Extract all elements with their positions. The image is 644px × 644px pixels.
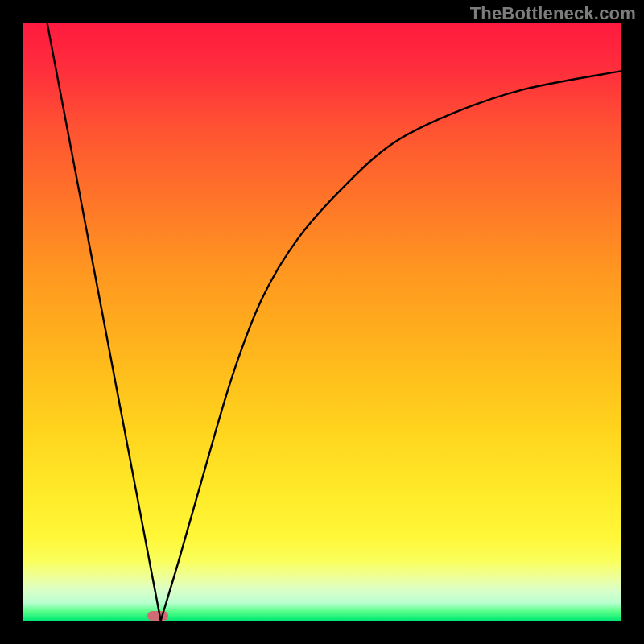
chart-container: TheBottleneck.com — [0, 0, 644, 644]
optimum-marker — [147, 611, 168, 621]
plot-area — [23, 23, 621, 621]
watermark: TheBottleneck.com — [470, 3, 636, 24]
